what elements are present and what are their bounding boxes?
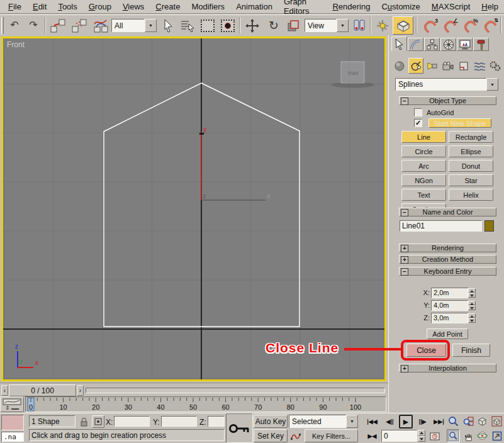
track-bar-ruler[interactable]: 0102030405060708090100 bbox=[25, 396, 386, 412]
spinner-y[interactable] bbox=[468, 301, 476, 310]
spinner-z[interactable] bbox=[468, 313, 476, 323]
key-mode-dropdown[interactable]: Selected▼ bbox=[289, 415, 358, 428]
arc-rotate-button[interactable] bbox=[476, 429, 489, 442]
maxscript-mini-listener[interactable]: .na bbox=[1, 432, 24, 442]
current-frame-field[interactable]: 0 bbox=[381, 430, 417, 442]
next-frame-arrow[interactable]: › bbox=[77, 385, 84, 396]
menu-rendering[interactable]: Rendering bbox=[327, 0, 376, 14]
object-name-field[interactable]: Line01 bbox=[400, 220, 482, 232]
keyboard-entry-field-y[interactable]: 4,0m bbox=[431, 300, 468, 311]
menu-file[interactable]: File bbox=[3, 0, 27, 14]
chevron-down-icon[interactable]: ▼ bbox=[486, 78, 498, 91]
viewport-label[interactable]: Front bbox=[7, 40, 25, 49]
set-key-button[interactable]: Set Key bbox=[254, 429, 288, 442]
bind-to-space-warp-icon[interactable] bbox=[91, 17, 110, 34]
spinner-up[interactable] bbox=[468, 313, 476, 318]
close-button[interactable]: Close bbox=[406, 344, 446, 357]
spinner-down[interactable] bbox=[418, 436, 425, 442]
menu-tools[interactable]: Tools bbox=[52, 0, 82, 14]
button-circle[interactable]: Circle bbox=[401, 145, 446, 157]
tab-display[interactable] bbox=[457, 38, 473, 51]
tab-motion[interactable] bbox=[440, 38, 456, 51]
rollout-object-type[interactable]: −Object Type bbox=[399, 96, 496, 105]
percent-snap-toggle-icon[interactable]: % bbox=[460, 18, 479, 34]
select-and-move-icon[interactable] bbox=[243, 18, 262, 33]
category-systems[interactable] bbox=[488, 59, 502, 73]
object-color-swatch[interactable] bbox=[484, 220, 494, 232]
button-line[interactable]: Line bbox=[401, 131, 446, 143]
absolute-offset-mode-toggle[interactable] bbox=[92, 415, 104, 428]
time-slider-track[interactable] bbox=[86, 388, 385, 393]
autogrid-checkbox[interactable] bbox=[414, 108, 422, 116]
shape-category-dropdown[interactable]: Splines▼ bbox=[395, 78, 498, 91]
spinner-down[interactable] bbox=[468, 293, 476, 298]
button-arc[interactable]: Arc bbox=[401, 160, 446, 172]
menu-modifiers[interactable]: Modifiers bbox=[186, 0, 230, 14]
frame-spinner[interactable] bbox=[418, 430, 425, 442]
select-and-scale-icon[interactable] bbox=[284, 18, 302, 33]
category-helpers[interactable] bbox=[457, 59, 471, 73]
selection-lock-toggle[interactable] bbox=[79, 416, 89, 427]
menu-create[interactable]: Create bbox=[150, 0, 186, 14]
previous-frame-arrow[interactable]: ‹ bbox=[1, 385, 8, 396]
go-to-start-button[interactable]: |◀◀ bbox=[365, 415, 379, 428]
chevron-down-icon[interactable]: ▼ bbox=[337, 19, 349, 32]
tab-utilities[interactable] bbox=[473, 38, 489, 51]
previous-frame-button[interactable]: ◀|| bbox=[383, 415, 397, 428]
category-space-warps[interactable] bbox=[473, 59, 486, 73]
rollout-keyboard-entry[interactable]: −Keyboard Entry bbox=[399, 267, 496, 276]
keyboard-entry-field-x[interactable]: 2,0m bbox=[431, 288, 468, 298]
spinner-up[interactable] bbox=[468, 301, 476, 306]
rollout-name-and-color[interactable]: −Name and Color bbox=[399, 208, 496, 216]
select-and-rotate-icon[interactable]: ↻ bbox=[264, 18, 283, 33]
key-mode-toggle-button[interactable]: ▶◀ bbox=[365, 430, 379, 442]
open-mini-curve-editor-button[interactable] bbox=[0, 396, 24, 412]
button-ellipse[interactable]: Ellipse bbox=[449, 145, 493, 157]
menu-animation[interactable]: Animation bbox=[230, 0, 278, 14]
undo-icon[interactable]: ↶ bbox=[6, 18, 23, 33]
coord-y-field[interactable] bbox=[161, 416, 197, 427]
button-text[interactable]: Text bbox=[401, 189, 446, 201]
zoom-all-button[interactable] bbox=[462, 415, 475, 428]
menu-edit[interactable]: Edit bbox=[27, 0, 52, 14]
viewport-front[interactable]: y x z max z x y Front bbox=[1, 36, 386, 381]
menu-group[interactable]: Group bbox=[83, 0, 117, 14]
macro-recorder-pane[interactable] bbox=[1, 415, 24, 430]
selection-filter-dropdown[interactable]: All▼ bbox=[111, 19, 157, 32]
category-shapes[interactable] bbox=[408, 58, 423, 74]
time-slider-button[interactable]: 0 / 100 bbox=[9, 384, 76, 396]
button-star[interactable]: Star bbox=[449, 174, 493, 186]
coord-z-field[interactable] bbox=[208, 416, 225, 427]
select-and-manipulate-icon[interactable] bbox=[374, 18, 391, 33]
select-by-name-icon[interactable] bbox=[179, 18, 196, 33]
chevron-down-icon[interactable]: ▼ bbox=[145, 19, 157, 32]
reference-coordinate-system-dropdown[interactable]: View▼ bbox=[305, 19, 349, 32]
spinner-snap-toggle-icon[interactable]: ⇅ bbox=[480, 18, 499, 34]
spinner-down[interactable] bbox=[468, 305, 476, 310]
rectangular-selection-region-icon[interactable] bbox=[199, 18, 216, 33]
button-ngon[interactable]: NGon bbox=[401, 174, 446, 186]
zoom-extents-all-button[interactable] bbox=[490, 415, 503, 428]
spinner-down[interactable] bbox=[468, 318, 476, 323]
menu-views[interactable]: Views bbox=[117, 0, 150, 14]
window-crossing-toggle-icon[interactable] bbox=[219, 18, 237, 33]
go-to-end-button[interactable]: ▶▶| bbox=[432, 415, 446, 428]
start-new-shape-button[interactable]: Start New Shape bbox=[428, 118, 491, 128]
auto-key-button[interactable]: Auto Key bbox=[254, 415, 288, 428]
zoom-button[interactable] bbox=[447, 415, 460, 428]
use-pivot-point-center-icon[interactable] bbox=[351, 18, 367, 33]
keyboard-entry-field-z[interactable]: 3,0m bbox=[431, 313, 468, 323]
key-filters-button[interactable]: Key Filters... bbox=[305, 429, 358, 442]
add-point-button[interactable]: Add Point bbox=[427, 328, 468, 339]
angle-snap-toggle-icon[interactable]: ∠ bbox=[440, 18, 459, 34]
finish-button[interactable]: Finish bbox=[452, 344, 490, 357]
select-object-icon[interactable] bbox=[160, 18, 176, 33]
keyboard-shortcut-override-toggle[interactable] bbox=[393, 16, 413, 35]
maximize-viewport-toggle[interactable] bbox=[490, 429, 503, 442]
category-cameras[interactable] bbox=[441, 59, 455, 73]
spinner-up[interactable] bbox=[418, 430, 425, 436]
region-zoom-button[interactable] bbox=[447, 429, 460, 442]
time-configuration-button[interactable] bbox=[428, 430, 441, 442]
rollout-rendering[interactable]: +Rendering bbox=[399, 244, 496, 252]
rollout-interpolation[interactable]: +Interpolation bbox=[399, 364, 496, 373]
